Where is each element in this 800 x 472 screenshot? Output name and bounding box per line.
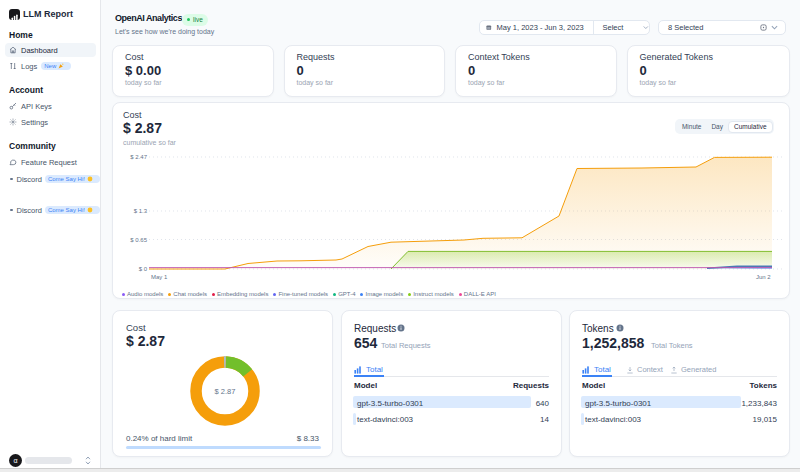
svg-text:$ 2.47: $ 2.47 xyxy=(130,154,147,160)
svg-text:$ 0.65: $ 0.65 xyxy=(130,237,147,243)
svg-text:Jun 2: Jun 2 xyxy=(756,274,771,280)
svg-text:$ 2.87: $ 2.87 xyxy=(215,387,236,396)
svg-text:May 1: May 1 xyxy=(151,274,168,280)
svg-text:$ 1.3: $ 1.3 xyxy=(134,208,148,214)
svg-text:$ 0: $ 0 xyxy=(139,266,148,272)
